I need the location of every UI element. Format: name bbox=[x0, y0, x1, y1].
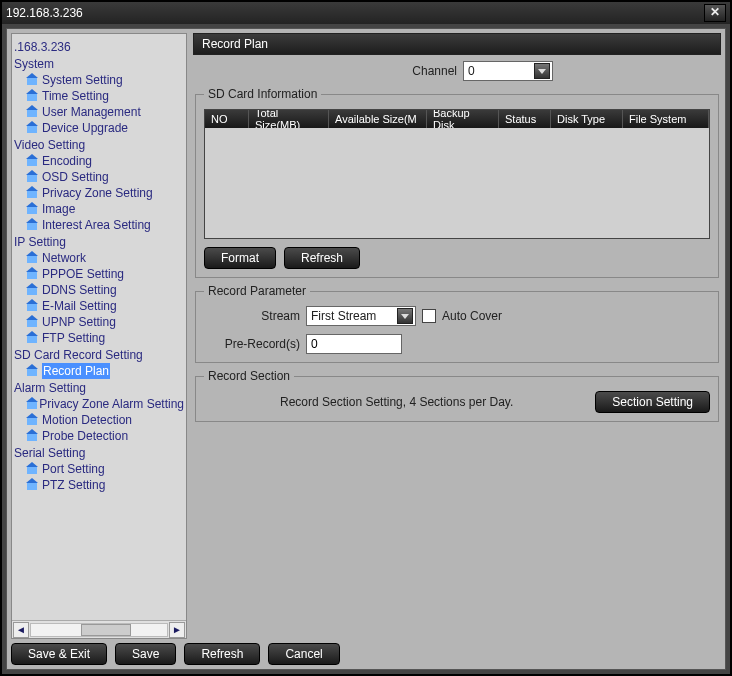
house-icon bbox=[26, 91, 38, 101]
col-dtype: Disk Type bbox=[551, 110, 623, 128]
prerecord-label: Pre-Record(s) bbox=[204, 337, 300, 351]
tree-group[interactable]: System bbox=[14, 56, 184, 72]
col-total: Total Size(MB) bbox=[249, 110, 329, 128]
house-icon bbox=[26, 301, 38, 311]
tree-item-label: System Setting bbox=[42, 72, 123, 88]
sidebar-scrollbar[interactable]: ◄ ► bbox=[12, 620, 186, 638]
chevron-down-icon bbox=[534, 63, 550, 79]
col-fs: File System bbox=[623, 110, 709, 128]
tree-item[interactable]: Interest Area Setting bbox=[14, 217, 184, 233]
scroll-left-icon[interactable]: ◄ bbox=[13, 622, 29, 638]
tree-group[interactable]: SD Card Record Setting bbox=[14, 347, 184, 363]
house-icon bbox=[26, 317, 38, 327]
col-no: NO bbox=[205, 110, 249, 128]
tree-item-label: OSD Setting bbox=[42, 169, 109, 185]
house-icon bbox=[26, 220, 38, 230]
page-title: Record Plan bbox=[193, 33, 721, 55]
tree-item-label: Probe Detection bbox=[42, 428, 128, 444]
sd-card-legend: SD Card Information bbox=[204, 87, 321, 101]
auto-cover-checkbox[interactable] bbox=[422, 309, 436, 323]
tree-item[interactable]: PTZ Setting bbox=[14, 477, 184, 493]
titlebar: 192.168.3.236 ✕ bbox=[2, 2, 730, 24]
prerecord-input[interactable] bbox=[306, 334, 402, 354]
sd-table-header: NO Total Size(MB) Available Size(M Backu… bbox=[205, 110, 709, 128]
tree-item-label: Privacy Zone Alarm Setting bbox=[39, 396, 184, 412]
tree-item[interactable]: Motion Detection bbox=[14, 412, 184, 428]
col-backup: Backup Disk bbox=[427, 110, 499, 128]
tree-item[interactable]: Probe Detection bbox=[14, 428, 184, 444]
house-icon bbox=[26, 75, 38, 85]
tree-item-label: Image bbox=[42, 201, 75, 217]
tree-item[interactable]: Time Setting bbox=[14, 88, 184, 104]
tree-item[interactable]: OSD Setting bbox=[14, 169, 184, 185]
format-button[interactable]: Format bbox=[204, 247, 276, 269]
tree-item[interactable]: Port Setting bbox=[14, 461, 184, 477]
scroll-track[interactable] bbox=[30, 623, 168, 637]
stream-select[interactable]: First Stream bbox=[306, 306, 416, 326]
section-setting-button[interactable]: Section Setting bbox=[595, 391, 710, 413]
tree-item[interactable]: Image bbox=[14, 201, 184, 217]
col-avail: Available Size(M bbox=[329, 110, 427, 128]
record-section-legend: Record Section bbox=[204, 369, 294, 383]
house-icon bbox=[26, 366, 38, 376]
tree-item[interactable]: Privacy Zone Alarm Setting bbox=[14, 396, 184, 412]
refresh-button[interactable]: Refresh bbox=[184, 643, 260, 665]
col-status: Status bbox=[499, 110, 551, 128]
refresh-sd-button[interactable]: Refresh bbox=[284, 247, 360, 269]
tree-item[interactable]: Encoding bbox=[14, 153, 184, 169]
tree-item[interactable]: User Management bbox=[14, 104, 184, 120]
house-icon bbox=[26, 285, 38, 295]
scroll-right-icon[interactable]: ► bbox=[169, 622, 185, 638]
footer-bar: Save & Exit Save Refresh Cancel bbox=[11, 639, 721, 665]
tree-item[interactable]: Network bbox=[14, 250, 184, 266]
stream-value: First Stream bbox=[311, 309, 376, 323]
sd-card-fieldset: SD Card Information NO Total Size(MB) Av… bbox=[195, 87, 719, 278]
record-section-text: Record Section Setting, 4 Sections per D… bbox=[204, 395, 589, 409]
house-icon bbox=[26, 431, 38, 441]
auto-cover-label: Auto Cover bbox=[442, 309, 502, 323]
channel-select[interactable]: 0 bbox=[463, 61, 553, 81]
tree-item-label: PTZ Setting bbox=[42, 477, 105, 493]
record-param-legend: Record Parameter bbox=[204, 284, 310, 298]
tree-item[interactable]: UPNP Setting bbox=[14, 314, 184, 330]
tree-item-label: E-Mail Setting bbox=[42, 298, 117, 314]
tree-group[interactable]: Serial Setting bbox=[14, 445, 184, 461]
sd-table: NO Total Size(MB) Available Size(M Backu… bbox=[204, 109, 710, 239]
tree-item[interactable]: Record Plan bbox=[14, 363, 184, 379]
house-icon bbox=[26, 333, 38, 343]
tree-item[interactable]: System Setting bbox=[14, 72, 184, 88]
house-icon bbox=[26, 399, 35, 409]
tree-item-label: Encoding bbox=[42, 153, 92, 169]
cancel-button[interactable]: Cancel bbox=[268, 643, 339, 665]
tree-group[interactable]: Video Setting bbox=[14, 137, 184, 153]
tree-item-label: DDNS Setting bbox=[42, 282, 117, 298]
tree-item[interactable]: PPPOE Setting bbox=[14, 266, 184, 282]
tree-item[interactable]: Privacy Zone Setting bbox=[14, 185, 184, 201]
tree-item-label: FTP Setting bbox=[42, 330, 105, 346]
house-icon bbox=[26, 204, 38, 214]
record-section-fieldset: Record Section Record Section Setting, 4… bbox=[195, 369, 719, 422]
tree-item-label: PPPOE Setting bbox=[42, 266, 124, 282]
house-icon bbox=[26, 123, 38, 133]
record-param-fieldset: Record Parameter Stream First Stream Aut… bbox=[195, 284, 719, 363]
tree-group[interactable]: Alarm Setting bbox=[14, 380, 184, 396]
house-icon bbox=[26, 464, 38, 474]
tree-item[interactable]: FTP Setting bbox=[14, 330, 184, 346]
tree-item-label: Port Setting bbox=[42, 461, 105, 477]
nav-tree: .168.3.236SystemSystem SettingTime Setti… bbox=[11, 33, 187, 639]
tree-item[interactable]: E-Mail Setting bbox=[14, 298, 184, 314]
tree-item-label: Device Upgrade bbox=[42, 120, 128, 136]
tree-item-label: Interest Area Setting bbox=[42, 217, 151, 233]
close-button[interactable]: ✕ bbox=[704, 4, 726, 22]
house-icon bbox=[26, 188, 38, 198]
tree-group[interactable]: IP Setting bbox=[14, 234, 184, 250]
tree-root[interactable]: .168.3.236 bbox=[14, 39, 184, 55]
scroll-thumb[interactable] bbox=[81, 624, 131, 636]
stream-label: Stream bbox=[204, 309, 300, 323]
tree-item[interactable]: Device Upgrade bbox=[14, 120, 184, 136]
save-exit-button[interactable]: Save & Exit bbox=[11, 643, 107, 665]
save-button[interactable]: Save bbox=[115, 643, 176, 665]
tree-item-label: Record Plan bbox=[42, 363, 110, 379]
tree-item[interactable]: DDNS Setting bbox=[14, 282, 184, 298]
tree-item-label: Privacy Zone Setting bbox=[42, 185, 153, 201]
